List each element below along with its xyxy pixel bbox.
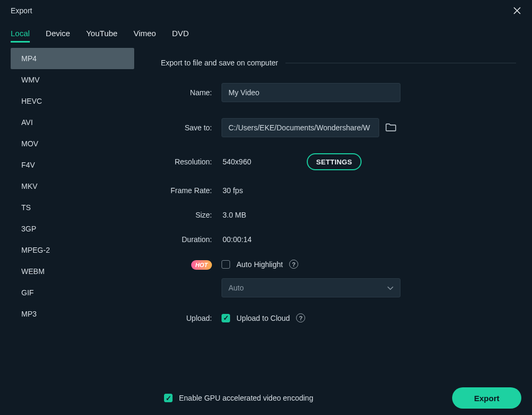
close-button[interactable]	[511, 4, 523, 17]
browse-folder-button[interactable]	[386, 123, 396, 133]
format-wmv[interactable]: WMV	[11, 69, 134, 90]
help-icon: ?	[299, 315, 303, 321]
format-gif[interactable]: GIF	[11, 282, 134, 303]
autohighlight-dropdown[interactable]: Auto	[222, 278, 400, 297]
upload-label: Upload:	[161, 314, 222, 322]
format-f4v[interactable]: F4V	[11, 154, 134, 176]
format-ts[interactable]: TS	[11, 197, 134, 218]
format-mp3[interactable]: MP3	[11, 303, 134, 325]
format-mov[interactable]: MOV	[11, 133, 134, 154]
framerate-label: Frame Rate:	[161, 186, 222, 195]
format-webm[interactable]: WEBM	[11, 261, 134, 282]
format-avi[interactable]: AVI	[11, 112, 134, 133]
tab-device[interactable]: Device	[46, 26, 70, 43]
settings-button[interactable]: SETTINGS	[307, 153, 362, 170]
tab-dvd[interactable]: DVD	[172, 26, 189, 43]
tab-vimeo[interactable]: Vimeo	[134, 26, 156, 43]
format-hevc[interactable]: HEVC	[11, 90, 134, 112]
format-3gp[interactable]: 3GP	[11, 218, 134, 239]
format-mpeg2[interactable]: MPEG-2	[11, 239, 134, 261]
autohighlight-help[interactable]: ?	[289, 260, 298, 269]
check-icon: ✓	[166, 395, 171, 402]
name-input[interactable]	[222, 83, 400, 102]
export-button[interactable]: Export	[452, 387, 521, 409]
format-mkv[interactable]: MKV	[11, 176, 134, 197]
uploadcloud-label: Upload to Cloud	[236, 314, 290, 322]
window-title: Export	[11, 6, 32, 15]
autohighlight-checkbox[interactable]	[222, 260, 230, 269]
tabs-bar: Local Device YouTube Vimeo DVD	[0, 26, 532, 48]
gpu-label: Enable GPU accelerated video encoding	[179, 394, 313, 402]
saveto-input[interactable]	[222, 118, 379, 137]
section-divider	[285, 63, 516, 63]
chevron-down-icon	[387, 284, 394, 292]
size-value: 3.0 MB	[222, 211, 246, 219]
duration-label: Duration:	[161, 235, 222, 244]
resolution-value: 540x960	[222, 157, 251, 166]
autohighlight-label: Auto Highlight	[236, 260, 283, 269]
section-title: Export to file and save on computer	[161, 59, 278, 67]
main-panel: Export to file and save on computer Name…	[134, 48, 532, 388]
uploadcloud-help[interactable]: ?	[296, 313, 305, 322]
resolution-label: Resolution:	[161, 157, 222, 166]
size-label: Size:	[161, 211, 222, 219]
format-mp4[interactable]: MP4	[11, 48, 134, 69]
gpu-checkbox[interactable]: ✓	[164, 394, 173, 402]
format-sidebar: MP4 WMV HEVC AVI MOV F4V MKV TS 3GP MPEG…	[11, 48, 134, 388]
section-header: Export to file and save on computer	[161, 59, 516, 67]
close-icon	[513, 6, 521, 15]
uploadcloud-checkbox[interactable]: ✓	[222, 314, 230, 322]
tab-local[interactable]: Local	[11, 26, 30, 43]
check-icon: ✓	[223, 314, 229, 321]
tab-youtube[interactable]: YouTube	[86, 26, 118, 43]
hot-badge: HOT	[191, 260, 212, 270]
folder-icon	[386, 123, 396, 131]
footer: ✓ Enable GPU accelerated video encoding …	[0, 381, 532, 415]
name-label: Name:	[161, 88, 222, 97]
duration-value: 00:00:14	[222, 235, 252, 244]
help-icon: ?	[292, 261, 296, 268]
framerate-value: 30 fps	[222, 186, 243, 195]
dropdown-selected: Auto	[228, 284, 244, 292]
titlebar: Export	[0, 0, 532, 21]
saveto-label: Save to:	[161, 123, 222, 132]
